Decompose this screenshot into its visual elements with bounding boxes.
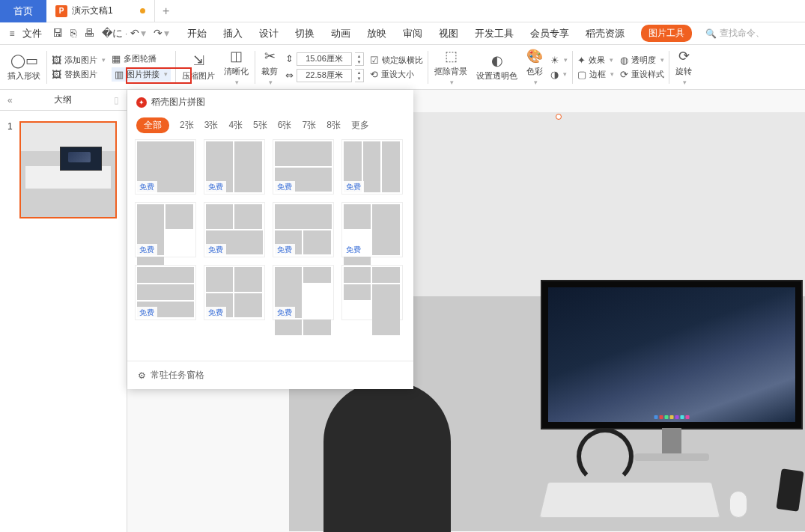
contrast-button[interactable]: ◑▾ — [550, 69, 568, 80]
add-pic-icon: 🖼 — [52, 55, 61, 66]
clarity-button[interactable]: ◫清晰化▾ — [219, 46, 253, 88]
transparency-button[interactable]: ◍透明度▾ — [620, 55, 664, 66]
width-input[interactable] — [297, 69, 352, 82]
template-item[interactable]: 免费 — [341, 139, 403, 195]
sidebar-header: « 大纲 ▯ — [0, 90, 127, 111]
insert-shape-button[interactable]: ◯▭ 插入形状 — [3, 46, 45, 88]
tab-6[interactable]: 6张 — [278, 119, 292, 132]
rotate-handle[interactable] — [556, 114, 562, 120]
menu-insert[interactable]: 插入 — [223, 27, 243, 40]
menu-slideshow[interactable]: 放映 — [367, 27, 386, 40]
template-item[interactable]: 免费 — [135, 265, 196, 320]
print-icon[interactable]: 🖶 — [84, 27, 94, 40]
sun-icon: ☀ — [550, 55, 559, 66]
menu-review[interactable]: 审阅 — [403, 27, 422, 40]
tab-3[interactable]: 3张 — [204, 119, 219, 132]
border-button[interactable]: ▢边框▾ — [577, 69, 614, 80]
remove-bg-icon: ⬚ — [445, 48, 458, 64]
lock-aspect-checkbox[interactable]: ☑锁定纵横比 — [370, 55, 423, 66]
search-command[interactable]: 🔍 查找命令、 — [705, 27, 765, 40]
rotate-button[interactable]: ⟳旋转▾ — [671, 46, 696, 88]
template-item[interactable]: 免费 — [204, 139, 265, 195]
template-item[interactable]: 免费 — [341, 202, 403, 257]
slides-tab[interactable]: ▯ — [114, 95, 119, 106]
template-item[interactable] — [341, 265, 403, 320]
remove-bg-button[interactable]: ⬚抠除背景▾ — [430, 46, 472, 88]
reset-style-icon: ⟳ — [620, 69, 628, 80]
menu-member[interactable]: 会员专享 — [530, 27, 569, 40]
merge-icon: ▥ — [115, 69, 124, 80]
add-picture-button[interactable]: 🖼添加图片▾ — [52, 55, 106, 66]
panel-footer[interactable]: ⚙ 常驻任务窗格 — [127, 361, 413, 389]
set-transparent-button[interactable]: ◐设置透明色 — [472, 46, 522, 88]
tab-2[interactable]: 2张 — [180, 119, 194, 132]
titlebar: 首页 P 演示文稿1 + — [0, 0, 805, 22]
search-icon: 🔍 — [705, 28, 717, 39]
menu-devtools[interactable]: 开发工具 — [475, 27, 514, 40]
brightness-button[interactable]: ☀▾ — [550, 55, 568, 66]
compress-icon: ⇲ — [193, 52, 204, 69]
menu-design[interactable]: 设计 — [259, 27, 279, 40]
picture-merge-button[interactable]: ▥图片拼接▾ — [112, 67, 171, 82]
replace-picture-button[interactable]: 🖼替换图片 — [52, 69, 106, 80]
preview-icon[interactable]: �にּ — [102, 27, 123, 40]
gear-icon: ⚙ — [138, 370, 146, 381]
tab-document[interactable]: P 演示文稿1 — [46, 0, 155, 22]
template-item[interactable]: 免费 — [204, 202, 265, 257]
reset-style-button[interactable]: ⟳重设样式 — [620, 69, 664, 80]
collapse-icon[interactable]: « — [7, 95, 13, 106]
height-input[interactable] — [297, 52, 352, 66]
template-item[interactable]: 免费 — [135, 139, 196, 195]
presentation-icon: P — [55, 5, 67, 17]
redo-icon[interactable]: ↷▾ — [154, 27, 169, 40]
panel-title: ✦ 稻壳图片拼图 — [127, 90, 413, 114]
quick-access-toolbar: 🖫 ⎘ 🖶 �にּ ↶▾ ↷▾ — [52, 27, 169, 40]
replace-pic-icon: 🖼 — [52, 69, 61, 80]
file-menu[interactable]: 文件 — [22, 27, 42, 40]
tab-more[interactable]: 更多 — [351, 119, 369, 132]
export-icon[interactable]: ⎘ — [70, 27, 76, 40]
phone-graphic — [776, 468, 804, 512]
picture-tools-tab[interactable]: 图片工具 — [641, 25, 692, 42]
monitor-graphic — [541, 280, 803, 429]
multi-rotate-button[interactable]: ▦多图轮播 — [112, 53, 171, 64]
tab-8[interactable]: 8张 — [326, 119, 341, 132]
shape-icon: ◯▭ — [10, 52, 38, 69]
menu-view[interactable]: 视图 — [439, 27, 458, 40]
save-icon[interactable]: 🖫 — [52, 27, 63, 40]
template-item[interactable]: 免费 — [204, 265, 265, 320]
outline-tab[interactable]: 大纲 — [54, 94, 72, 106]
crop-button[interactable]: ✂裁剪▾ — [257, 46, 282, 88]
template-item[interactable]: 免费 — [273, 265, 334, 320]
contrast-icon: ◑ — [550, 69, 559, 80]
slide-number: 1 — [7, 121, 15, 218]
tab-7[interactable]: 7张 — [302, 119, 316, 132]
tab-4[interactable]: 4张 — [228, 119, 243, 132]
menu-transition[interactable]: 切换 — [295, 27, 315, 40]
undo-icon[interactable]: ↶▾ — [130, 27, 146, 40]
template-item[interactable]: 免费 — [273, 202, 334, 257]
width-spinner[interactable]: ▲▼ — [355, 69, 364, 82]
template-grid: 免费 免费 免费 免费 免费 免费 免费 免费 免费 免费 免费 — [127, 139, 413, 361]
menu-docer[interactable]: 稻壳资源 — [586, 27, 625, 40]
color-icon: 🎨 — [526, 48, 543, 64]
height-spinner[interactable]: ▲▼ — [355, 52, 364, 66]
slide-thumbnail-1[interactable]: 1 — [7, 121, 119, 218]
color-button[interactable]: 🎨色彩▾ — [522, 46, 547, 88]
template-item[interactable]: 免费 — [135, 202, 196, 257]
tab-5[interactable]: 5张 — [253, 119, 267, 132]
tab-home[interactable]: 首页 — [0, 0, 46, 22]
reset-size-button[interactable]: ⟲重设大小 — [370, 69, 423, 80]
compress-button[interactable]: ⇲压缩图片 — [177, 46, 219, 88]
menu-animation[interactable]: 动画 — [331, 27, 350, 40]
picture-merge-panel: ✦ 稻壳图片拼图 全部 2张 3张 4张 5张 6张 7张 8张 更多 免费 免… — [127, 90, 413, 389]
effect-button[interactable]: ✦效果▾ — [577, 55, 614, 66]
multi-rotate-icon: ▦ — [112, 53, 121, 64]
template-item[interactable]: 免费 — [273, 139, 334, 195]
menu-start[interactable]: 开始 — [187, 27, 207, 40]
tab-all[interactable]: 全部 — [136, 117, 169, 133]
divider — [46, 51, 47, 84]
keyboard-graphic — [539, 482, 720, 518]
new-tab-button[interactable]: + — [155, 4, 177, 18]
hamburger-icon[interactable]: ≡ — [4, 26, 19, 41]
